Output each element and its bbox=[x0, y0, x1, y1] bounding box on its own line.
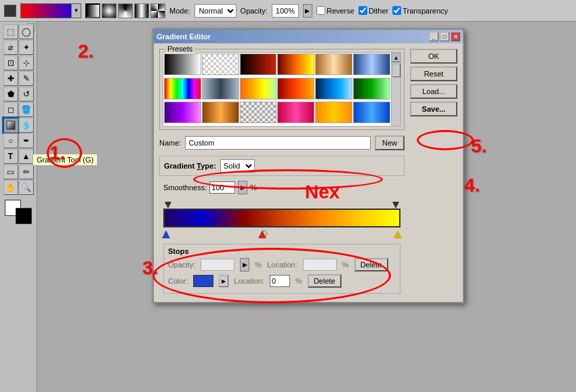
stops-legend: Stops bbox=[168, 247, 396, 255]
maximize-btn[interactable]: □ bbox=[440, 32, 449, 41]
preset-15[interactable] bbox=[240, 102, 277, 123]
reset-btn[interactable]: Reset bbox=[410, 66, 457, 81]
top-stop-left[interactable] bbox=[165, 202, 171, 209]
zoom-btn[interactable]: 🔍 bbox=[19, 180, 34, 195]
transparency-check-label[interactable]: Transparency bbox=[392, 6, 448, 15]
reflected-gradient-btn[interactable] bbox=[134, 3, 149, 18]
location-input2[interactable] bbox=[270, 275, 290, 287]
preset-17[interactable] bbox=[315, 102, 352, 123]
notes-btn[interactable]: ✏ bbox=[19, 165, 34, 179]
mode-select[interactable]: Normal bbox=[194, 4, 236, 18]
smoothness-input[interactable] bbox=[209, 181, 235, 194]
reverse-checkbox[interactable] bbox=[316, 6, 325, 15]
opacity-arrow[interactable]: ▶ bbox=[303, 4, 312, 18]
color-swatches[interactable] bbox=[5, 200, 32, 224]
marquee-ellipse-btn[interactable]: ◯ bbox=[19, 24, 34, 39]
opacity-stops-input[interactable] bbox=[201, 259, 234, 271]
preset-13[interactable] bbox=[164, 102, 201, 123]
scroll-thumb[interactable] bbox=[392, 64, 400, 77]
close-btn[interactable]: ✕ bbox=[451, 32, 460, 41]
gradient-tool-btn[interactable] bbox=[3, 118, 18, 133]
gradient-picker[interactable]: ▼ bbox=[20, 3, 81, 18]
smoothness-label: Smoothness: bbox=[163, 183, 207, 192]
delete-btn1[interactable]: Delete bbox=[354, 258, 388, 271]
path-select-btn[interactable]: ▲ bbox=[19, 149, 34, 164]
dither-check-label[interactable]: Dither bbox=[358, 6, 388, 15]
smoothness-arrow[interactable]: ▶ bbox=[238, 181, 247, 194]
dialog-right-btns: OK Reset Load... Save... bbox=[410, 49, 457, 297]
color-swatch-btn[interactable] bbox=[193, 275, 213, 287]
opacity-input[interactable] bbox=[272, 4, 299, 18]
preset-5[interactable] bbox=[315, 53, 352, 75]
presets-grid bbox=[163, 53, 391, 126]
preset-7[interactable] bbox=[164, 78, 201, 100]
linear-gradient-btn[interactable] bbox=[85, 3, 100, 18]
pen-btn[interactable]: ✒ bbox=[19, 133, 34, 148]
gradient-bar[interactable] bbox=[163, 209, 400, 227]
location-input1[interactable] bbox=[303, 259, 337, 271]
dialog-titlebar[interactable]: Gradient Editor _ □ ✕ bbox=[154, 30, 463, 43]
preset-11[interactable] bbox=[315, 78, 352, 100]
stop-yellow[interactable] bbox=[394, 230, 402, 238]
color-stops-row: Color: ▶ Location: % Delete bbox=[168, 274, 396, 288]
dither-checkbox[interactable] bbox=[358, 6, 367, 15]
content-area: Gradient Editor _ □ ✕ Presets bbox=[37, 22, 576, 392]
type-btn[interactable]: T bbox=[3, 149, 18, 164]
transparency-checkbox[interactable] bbox=[392, 6, 401, 15]
stop-blue[interactable] bbox=[162, 230, 170, 238]
fill-btn[interactable]: 🪣 bbox=[19, 102, 34, 117]
preset-16[interactable] bbox=[277, 102, 314, 123]
scroll-up-btn[interactable]: ▲ bbox=[392, 53, 401, 62]
preset-14[interactable] bbox=[202, 102, 239, 123]
preset-10[interactable] bbox=[277, 78, 314, 100]
preset-9[interactable] bbox=[240, 78, 277, 100]
load-btn[interactable]: Load... bbox=[410, 84, 457, 99]
preset-1[interactable] bbox=[164, 53, 201, 75]
magic-wand-btn[interactable]: ✦ bbox=[19, 40, 34, 55]
top-stop-right[interactable] bbox=[392, 202, 399, 209]
reverse-check-label[interactable]: Reverse bbox=[316, 6, 354, 15]
opacity-stops-label: Opacity: bbox=[168, 261, 195, 269]
preset-6[interactable] bbox=[353, 53, 390, 75]
save-btn[interactable]: Save... bbox=[410, 102, 457, 116]
background-swatch[interactable] bbox=[16, 208, 32, 224]
delete-btn2[interactable]: Delete bbox=[308, 274, 342, 288]
tool-row-4: ✚ ✎ bbox=[3, 71, 34, 86]
marquee-rect-btn[interactable]: ⬚ bbox=[3, 24, 18, 39]
name-input[interactable] bbox=[185, 136, 371, 150]
heal-btn[interactable]: ✚ bbox=[3, 71, 18, 86]
dialog-left: Presets bbox=[159, 49, 405, 297]
preset-12[interactable] bbox=[353, 78, 390, 100]
preset-2[interactable] bbox=[202, 53, 239, 75]
eraser-btn[interactable]: ◻ bbox=[3, 102, 18, 117]
preset-18[interactable] bbox=[353, 102, 390, 123]
diamond-gradient-btn[interactable] bbox=[150, 3, 165, 18]
dodge-btn[interactable]: ○ bbox=[3, 133, 18, 148]
stop-red[interactable] bbox=[258, 230, 266, 238]
stops-section: Stops Opacity: ▶ % Location: % Delete bbox=[163, 244, 400, 294]
slice-btn[interactable]: ⊹ bbox=[19, 56, 34, 70]
minimize-btn[interactable]: _ bbox=[429, 32, 438, 41]
presets-scroll-area: ▲ bbox=[163, 52, 401, 127]
preset-4[interactable] bbox=[277, 53, 314, 75]
stamp-btn[interactable]: ⬟ bbox=[3, 87, 18, 102]
tool-row-1: ⬚ ◯ bbox=[3, 24, 34, 39]
blur-btn[interactable]: 💧 bbox=[19, 118, 34, 133]
crop-btn[interactable]: ⊡ bbox=[3, 56, 18, 70]
color-arrow-btn[interactable]: ▶ bbox=[219, 275, 228, 287]
radial-gradient-btn[interactable] bbox=[102, 3, 117, 18]
ok-btn[interactable]: OK bbox=[410, 49, 457, 64]
history-brush-btn[interactable]: ↺ bbox=[19, 87, 34, 102]
preset-3[interactable] bbox=[240, 53, 277, 75]
hand-btn[interactable]: ✋ bbox=[3, 180, 18, 195]
brush-btn[interactable]: ✎ bbox=[19, 71, 34, 86]
lasso-btn[interactable]: ⌀ bbox=[3, 40, 18, 55]
shape-btn[interactable]: ▭ bbox=[3, 165, 18, 179]
gradient-type-select[interactable]: Solid Noise bbox=[220, 159, 255, 173]
preset-8[interactable] bbox=[202, 78, 239, 100]
new-btn[interactable]: New bbox=[375, 135, 405, 150]
tool-row-11: ✋ 🔍 bbox=[3, 180, 34, 195]
swatch-preview[interactable] bbox=[4, 5, 16, 17]
angle-gradient-btn[interactable] bbox=[118, 3, 133, 18]
opacity-stops-arrow[interactable]: ▶ bbox=[240, 258, 249, 271]
